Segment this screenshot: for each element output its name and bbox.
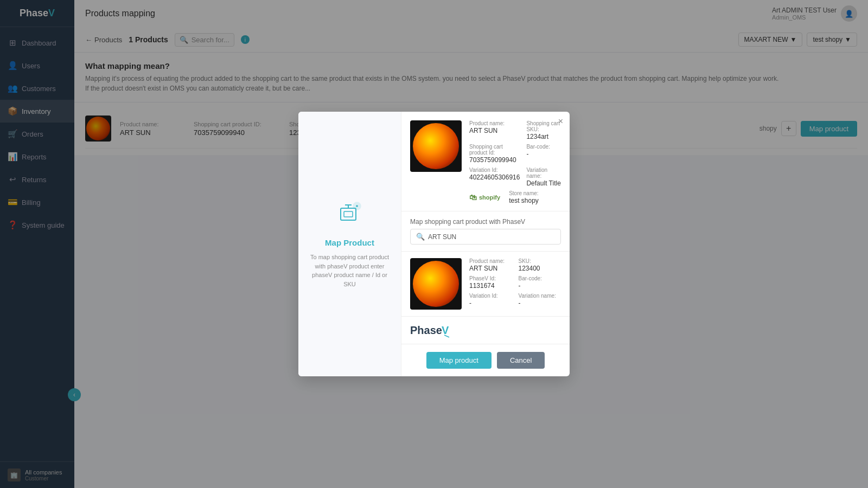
modal-store-row: 🛍 shopify Store name: test shopy: [469, 190, 561, 204]
phasev-logo-svg: Phase V: [410, 322, 459, 338]
modal-search-input-wrapper[interactable]: 🔍: [410, 229, 561, 245]
modal-map-product-button[interactable]: Map product: [426, 352, 492, 369]
modal-result-varid-field: Variation Id: -: [469, 293, 512, 307]
modal-description: To map shopping cart product with phaseV…: [309, 253, 390, 288]
svg-text:Phase: Phase: [410, 324, 442, 336]
modal-search-label: Map shopping cart product with PhaseV: [410, 218, 561, 226]
modal-overlay: × Map Product To map shopping cart produ…: [0, 0, 868, 488]
modal-result-sku-value: 123400: [519, 265, 561, 272]
modal-result-barcode-label: Bar-code:: [519, 275, 561, 281]
modal: × Map Product To map shopping cart produ…: [298, 112, 570, 376]
modal-result-barcode-field: Bar-code: -: [519, 275, 561, 290]
modal-variation-id-label: Variation Id:: [469, 167, 520, 173]
search-icon: 🔍: [416, 233, 425, 241]
modal-cart-sku-value: 1234art: [526, 133, 561, 140]
modal-footer: Map product Cancel: [401, 344, 570, 376]
modal-title: Map Product: [325, 238, 374, 247]
modal-result-sun-image: [413, 261, 459, 307]
shopify-label: shopify: [479, 194, 500, 201]
modal-result-name-label: Product name:: [469, 258, 512, 264]
modal-close-button[interactable]: ×: [558, 117, 563, 126]
modal-cart-id-field: Shopping cart product Id: 7035759099940: [469, 144, 520, 164]
modal-variation-id-value: 40224605306916: [469, 174, 520, 181]
modal-variation-id-field: Variation Id: 40224605306916: [469, 167, 520, 187]
modal-result-info: Product name: ART SUN SKU: 123400 PhaseV…: [469, 258, 561, 310]
modal-barcode-label: Bar-code:: [526, 144, 561, 150]
modal-result-varname-field: Variation name: -: [519, 293, 561, 307]
modal-result-thumbnail: [410, 258, 462, 310]
modal-store-label: Store name:: [509, 190, 539, 196]
modal-search-section: Map shopping cart product with PhaseV 🔍: [401, 211, 570, 252]
modal-cart-id-value: 7035759099940: [469, 156, 520, 164]
modal-result-phasevid-field: PhaseV Id: 1131674: [469, 275, 512, 290]
modal-variation-name-field: Variation name: Default Title: [526, 167, 561, 187]
modal-cart-sku-label: Shopping cart SKU:: [526, 120, 561, 132]
modal-result-sku-field: SKU: 123400: [519, 258, 561, 272]
modal-result-card: Product name: ART SUN SKU: 123400 PhaseV…: [401, 252, 570, 317]
modal-result-name-value: ART SUN: [469, 265, 512, 272]
modal-product-name-field: Product name: ART SUN: [469, 120, 520, 140]
modal-cancel-button[interactable]: Cancel: [497, 352, 545, 369]
svg-text:V: V: [442, 324, 449, 336]
modal-top-product-card: Product name: ART SUN Shopping cart SKU:…: [401, 112, 570, 211]
modal-result-phasevid-value: 1131674: [469, 282, 512, 290]
modal-product-name-label: Product name:: [469, 120, 520, 126]
modal-product-name-value: ART SUN: [469, 127, 520, 134]
modal-barcode-field: Bar-code: -: [526, 144, 561, 164]
shopify-logo: 🛍 shopify: [469, 193, 500, 202]
modal-store-field: Store name: test shopy: [509, 190, 539, 204]
modal-right-panel: Product name: ART SUN Shopping cart SKU:…: [401, 112, 570, 376]
modal-top-product-info: Product name: ART SUN Shopping cart SKU:…: [469, 120, 561, 204]
modal-store-value: test shopy: [509, 197, 539, 204]
modal-search-field[interactable]: [428, 233, 555, 241]
modal-cart-sku-field: Shopping cart SKU: 1234art: [526, 120, 561, 140]
modal-variation-name-value: Default Title: [526, 179, 561, 187]
modal-result-varname-label: Variation name:: [519, 293, 561, 299]
phasev-logo-area: Phase V: [401, 317, 570, 344]
modal-variation-name-label: Variation name:: [526, 167, 561, 179]
modal-result-varid-value: -: [469, 299, 512, 307]
modal-top-thumbnail: [410, 120, 462, 172]
modal-result-varid-label: Variation Id:: [469, 293, 512, 299]
modal-top-sun-image: [413, 123, 459, 169]
svg-rect-0: [341, 208, 356, 220]
shopify-icon: 🛍: [469, 193, 477, 202]
map-product-icon: [336, 200, 363, 232]
modal-barcode-value: -: [526, 150, 561, 158]
modal-left-panel: Map Product To map shopping cart product…: [298, 112, 401, 376]
modal-result-phasevid-label: PhaseV Id:: [469, 275, 512, 281]
modal-result-sku-label: SKU:: [519, 258, 561, 264]
modal-result-varname-value: -: [519, 299, 561, 307]
modal-result-name-field: Product name: ART SUN: [469, 258, 512, 272]
modal-result-barcode-value: -: [519, 282, 561, 290]
modal-cart-id-label: Shopping cart product Id:: [469, 144, 520, 156]
svg-rect-1: [344, 211, 353, 217]
